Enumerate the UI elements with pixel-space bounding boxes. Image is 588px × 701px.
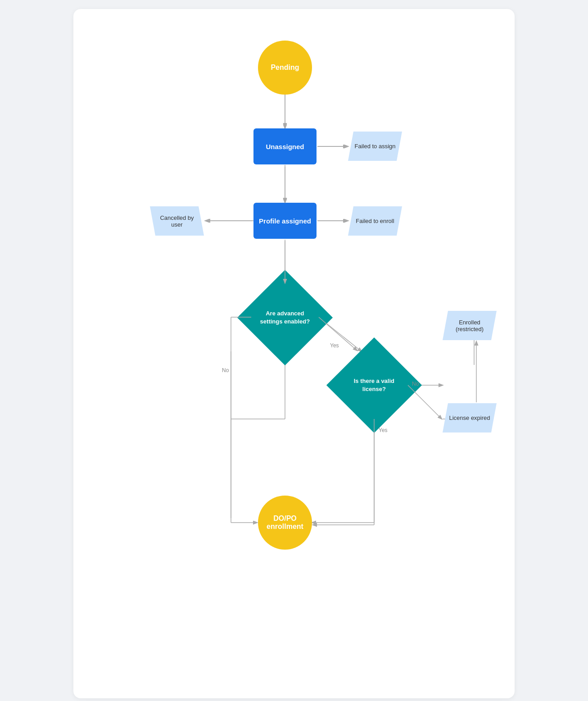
profile-assigned-label: Profile assigned: [259, 217, 311, 225]
cancelled-by-user-node: Cancelled by user: [150, 206, 204, 236]
cancelled-by-user-label: Cancelled by user: [150, 214, 204, 228]
yes-label-1: Yes: [330, 342, 339, 349]
no-label-2: No: [412, 381, 419, 387]
unassigned-node: Unassigned: [253, 128, 317, 164]
enrolled-restricted-label: Enrolled (restricted): [443, 319, 497, 332]
valid-license-label: Is there a valid license?: [354, 378, 394, 392]
failed-to-enroll-node: Failed to enroll: [348, 206, 402, 236]
failed-to-assign-label: Failed to assign: [348, 143, 402, 150]
yes-label-2: Yes: [379, 427, 388, 433]
profile-assigned-node: Profile assigned: [253, 203, 317, 239]
license-expired-label: License expired: [443, 414, 496, 421]
failed-to-assign-node: Failed to assign: [348, 132, 402, 161]
pending-label: Pending: [271, 64, 299, 72]
advanced-settings-node: Are advanced settings enabled?: [237, 270, 333, 365]
unassigned-label: Unassigned: [266, 143, 304, 150]
dopo-enrollment-node: DO/PO enrollment: [258, 496, 312, 550]
license-expired-node: License expired: [443, 403, 497, 432]
advanced-settings-label: Are advanced settings enabled?: [260, 310, 310, 325]
diagram-card: Pending Unassigned Failed to assign Prof…: [73, 9, 515, 698]
no-label-1: No: [222, 367, 229, 373]
enrolled-restricted-node: Enrolled (restricted): [443, 311, 497, 340]
valid-license-node: Is there a valid license?: [326, 337, 422, 433]
flowchart-diagram: Pending Unassigned Failed to assign Prof…: [91, 27, 497, 680]
dopo-enrollment-label: DO/PO enrollment: [258, 514, 312, 531]
pending-node: Pending: [258, 41, 312, 95]
failed-to-enroll-label: Failed to enroll: [349, 218, 400, 224]
